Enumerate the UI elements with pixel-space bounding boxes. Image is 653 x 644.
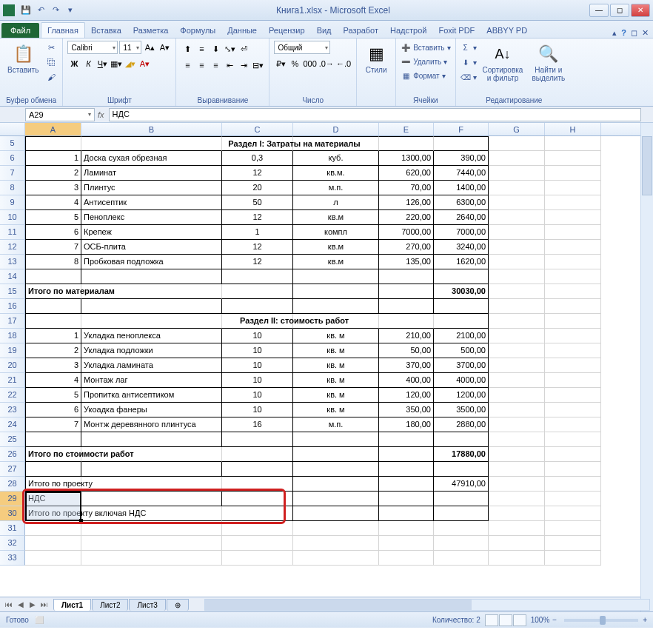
sort-filter-button[interactable]: A↓ Сортировка и фильтр	[480, 41, 526, 84]
cell[interactable]	[222, 432, 293, 447]
sheet-tab-3[interactable]: Лист3	[129, 599, 165, 611]
tab-home[interactable]: Главная	[41, 22, 85, 38]
decrease-font-button[interactable]: A▾	[158, 41, 171, 54]
formula-input[interactable]: НДС	[109, 108, 641, 121]
cell[interactable]	[222, 269, 293, 284]
cell[interactable]	[434, 314, 489, 329]
cell[interactable]: кв. м	[293, 403, 379, 417]
help-icon[interactable]: ?	[621, 28, 626, 38]
zoom-out-button[interactable]: −	[552, 616, 557, 624]
cell[interactable]	[379, 506, 434, 521]
col-header-B[interactable]: B	[81, 123, 222, 135]
cell[interactable]	[489, 255, 545, 269]
cell[interactable]: Пропитка антисептиком	[81, 388, 222, 403]
cut-button[interactable]: ✂	[44, 41, 58, 54]
row-header[interactable]: 17	[0, 314, 25, 329]
row-header[interactable]: 11	[0, 225, 25, 240]
cell[interactable]	[25, 314, 81, 329]
sheet-nav-prev[interactable]: ◀	[15, 599, 27, 611]
cell[interactable]	[545, 388, 601, 403]
cell[interactable]	[293, 551, 379, 566]
tab-foxit[interactable]: Foxit PDF	[432, 23, 480, 38]
cell[interactable]: 4000,00	[434, 373, 489, 388]
cell[interactable]	[489, 462, 545, 477]
cell[interactable]: 3240,00	[434, 240, 489, 255]
close-button[interactable]: ✕	[631, 4, 650, 17]
macro-record-icon[interactable]: ⬜	[35, 616, 44, 624]
cell[interactable]: 10	[222, 373, 293, 388]
cell[interactable]	[81, 506, 222, 521]
cell[interactable]: кв.м	[293, 210, 379, 225]
cell[interactable]	[489, 388, 545, 403]
cell[interactable]	[379, 492, 434, 506]
row-header[interactable]: 33	[0, 551, 25, 566]
cell[interactable]	[489, 240, 545, 255]
new-sheet-button[interactable]: ⊕	[167, 599, 189, 611]
cell[interactable]	[81, 432, 222, 447]
cell[interactable]	[489, 314, 545, 329]
cell[interactable]	[379, 269, 434, 284]
cell[interactable]: 210,00	[379, 329, 434, 343]
cell[interactable]	[81, 492, 222, 506]
tab-review[interactable]: Рецензир	[263, 23, 311, 38]
cell[interactable]	[222, 462, 293, 477]
find-select-button[interactable]: 🔍 Найти и выделить	[529, 41, 568, 84]
cell[interactable]	[293, 269, 379, 284]
view-page-layout-button[interactable]	[499, 614, 512, 626]
window-close-icon[interactable]: ✕	[642, 28, 649, 38]
col-header-G[interactable]: G	[489, 123, 545, 135]
cell[interactable]: 1300,00	[379, 151, 434, 166]
delete-cells-button[interactable]: ➖Удалить ▾	[401, 55, 447, 68]
cell[interactable]: 7	[25, 417, 81, 432]
cell[interactable]	[545, 417, 601, 432]
cell[interactable]: кв.м	[293, 255, 379, 269]
col-header-A[interactable]: A	[25, 123, 81, 135]
decrease-indent-button[interactable]: ⇤	[223, 58, 236, 72]
cell[interactable]: Пеноплекс	[81, 210, 222, 225]
row-header[interactable]: 31	[0, 521, 25, 536]
cell[interactable]	[25, 136, 81, 151]
cell[interactable]	[434, 536, 489, 551]
cell[interactable]: 10	[222, 403, 293, 417]
cell[interactable]	[489, 373, 545, 388]
cell[interactable]	[489, 225, 545, 240]
tab-layout[interactable]: Разметка	[127, 23, 175, 38]
tab-data[interactable]: Данные	[221, 23, 263, 38]
font-color-button[interactable]: A▾	[138, 57, 151, 70]
cell[interactable]: 1	[25, 151, 81, 166]
cell[interactable]: кв.м	[293, 240, 379, 255]
tab-formulas[interactable]: Формулы	[174, 23, 221, 38]
cell[interactable]	[222, 299, 293, 314]
sheet-tab-2[interactable]: Лист2	[92, 599, 128, 611]
row-header[interactable]: 20	[0, 358, 25, 373]
cell[interactable]	[81, 269, 222, 284]
minimize-ribbon-icon[interactable]: ▴	[612, 28, 617, 38]
cell[interactable]	[293, 521, 379, 536]
tab-file[interactable]: Файл	[1, 23, 39, 38]
cell[interactable]	[545, 506, 601, 521]
sheet-nav-first[interactable]: ⏮	[3, 599, 15, 611]
cell[interactable]: 2	[25, 166, 81, 181]
bold-button[interactable]: Ж	[67, 57, 81, 70]
cell[interactable]	[222, 551, 293, 566]
cell[interactable]	[434, 506, 489, 521]
zoom-in-button[interactable]: +	[643, 616, 647, 624]
row-header[interactable]: 14	[0, 269, 25, 284]
cell[interactable]: Плинтус	[81, 181, 222, 195]
cell[interactable]	[434, 492, 489, 506]
cell[interactable]: 1620,00	[434, 255, 489, 269]
cell[interactable]: 10	[222, 358, 293, 373]
format-painter-button[interactable]: 🖌	[44, 70, 58, 84]
cell[interactable]	[293, 299, 379, 314]
cell[interactable]	[545, 195, 601, 210]
cell[interactable]: 1400,00	[434, 181, 489, 195]
cell[interactable]: 500,00	[434, 343, 489, 358]
cell[interactable]: кв. м	[293, 388, 379, 403]
cell[interactable]	[222, 492, 293, 506]
cell[interactable]	[25, 462, 81, 477]
cell[interactable]	[545, 225, 601, 240]
tab-insert[interactable]: Вставка	[85, 23, 127, 38]
worksheet-grid[interactable]: A B C D E F G H 5Раздел I: Затраты на ма…	[0, 123, 653, 597]
cell[interactable]	[25, 432, 81, 447]
cell[interactable]: 12	[222, 255, 293, 269]
